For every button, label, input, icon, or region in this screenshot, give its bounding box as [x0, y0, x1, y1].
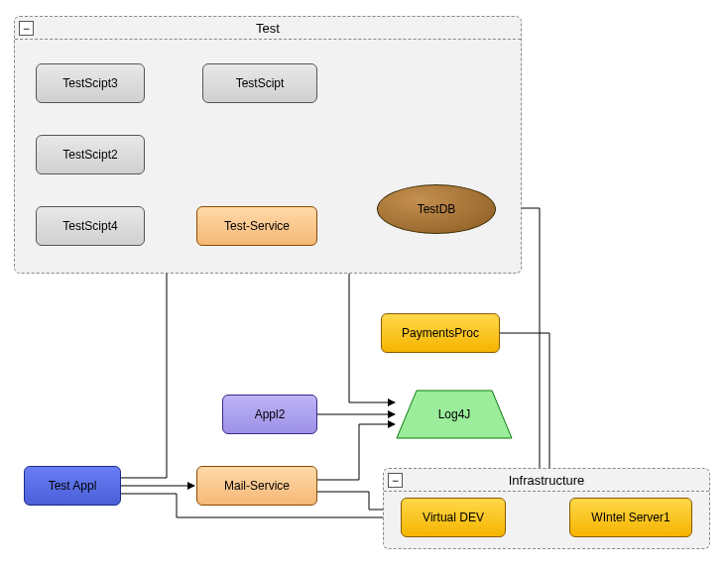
collapse-glyph: −	[23, 23, 30, 35]
group-test-title: Test	[256, 21, 280, 36]
node-paymentsproc[interactable]: PaymentsProc	[381, 313, 500, 353]
node-test-service[interactable]: Test-Service	[196, 206, 317, 246]
group-test-header: − Test	[15, 17, 521, 40]
node-testscript4[interactable]: TestScipt4	[36, 206, 145, 246]
collapse-glyph: −	[392, 475, 399, 487]
node-wintel-server[interactable]: WIntel Server1	[569, 498, 692, 537]
diagram-canvas: − Test − Infrastructure TestScipt3 TestS…	[0, 0, 728, 569]
node-testscript2[interactable]: TestScipt2	[36, 135, 145, 174]
node-appl2[interactable]: Appl2	[222, 395, 317, 434]
node-virtual-dev[interactable]: Virtual DEV	[401, 498, 506, 537]
node-test-appl[interactable]: Test Appl	[24, 466, 121, 506]
group-infra-title: Infrastructure	[509, 473, 585, 488]
node-testscript[interactable]: TestScipt	[202, 63, 317, 103]
collapse-icon[interactable]: −	[19, 21, 34, 36]
log4j-label: Log4J	[438, 407, 471, 421]
node-log4j[interactable]: Log4J	[397, 391, 512, 438]
node-testdb[interactable]: TestDB	[377, 184, 496, 234]
node-mail-service[interactable]: Mail-Service	[196, 466, 317, 506]
node-testscript3[interactable]: TestScipt3	[36, 63, 145, 103]
collapse-icon[interactable]: −	[388, 473, 403, 488]
group-infra-header: − Infrastructure	[384, 469, 709, 492]
